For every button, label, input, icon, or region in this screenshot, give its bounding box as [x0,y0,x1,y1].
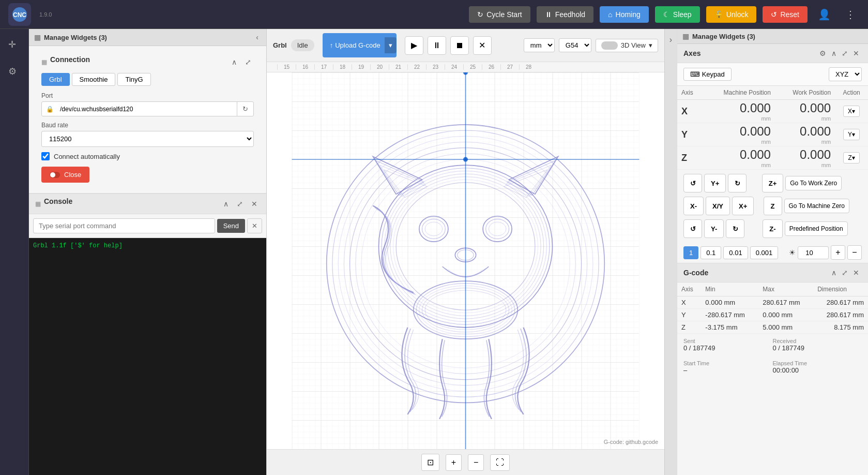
axis-z-label: Z [677,146,703,170]
sleep-button[interactable]: ☾ Sleep [655,6,700,23]
stop-button[interactable]: ⏹ [450,36,469,55]
unit-select[interactable]: mm [524,38,555,52]
close-button[interactable]: Close [41,167,89,183]
axes-close-btn[interactable]: ✕ [850,48,862,58]
jog-rotate-ccw-1[interactable]: ↺ [683,174,702,192]
axis-y-work-pos: 0.000 mm [775,123,835,146]
pause-button[interactable]: ⏸ [428,36,446,55]
xyz-select[interactable]: XYZ [829,67,862,81]
connect-auto-checkbox[interactable] [41,152,50,160]
axis-y-label: Y [677,123,703,146]
fit-to-screen-btn[interactable]: ⊡ [421,454,439,471]
go-to-machine-zero-btn[interactable]: Go To Machine Zero [784,199,850,213]
jog-y-plus-btn[interactable]: Y+ [704,174,726,192]
axes-collapse-btn[interactable]: ∧ [829,48,839,58]
port-input[interactable] [58,102,237,116]
right-panel-header: ▦ Manage Widgets (3) [677,29,868,44]
ruler-num-25: 25 [463,64,482,70]
console-expand-btn[interactable]: ⤢ [234,199,246,209]
view-toggle[interactable]: 3D View ▾ [596,39,658,52]
canvas-container[interactable]: G-code: github.gcode [267,72,664,449]
more-menu-button[interactable]: ⋮ [841,4,860,25]
step-01-btn[interactable]: 0.1 [701,246,721,259]
baud-rate-select[interactable]: 115200 [41,131,254,147]
close-file-button[interactable]: ✕ [473,36,492,55]
sidebar-axes-icon[interactable]: ✛ [5,35,24,54]
jog-y-minus-btn[interactable]: Y- [704,219,724,238]
step-1-btn[interactable]: 1 [683,246,698,259]
sidebar-settings-icon[interactable]: ⚙ [5,62,24,81]
upload-gcode-button[interactable]: ↑ Upload G-code ▾ [323,33,397,57]
coordinate-select[interactable]: G54 [559,38,591,52]
speed-decrement-btn[interactable]: − [847,245,862,260]
zoom-in-btn[interactable]: + [446,454,462,471]
send-button[interactable]: Send [217,219,245,233]
axis-row-x: X 0.000 mm 0.000 mm X▾ [677,100,868,123]
manage-widgets-label: Manage Widgets (3) [44,34,250,41]
close-label: Close [64,171,81,179]
jog-rotate-ccw-2[interactable]: ↺ [683,219,702,238]
jog-z-mid-btn[interactable]: Z [764,197,782,215]
speed-input[interactable] [798,246,829,259]
zoom-out-btn[interactable]: − [468,454,484,471]
jog-x-minus-btn[interactable]: X- [683,197,704,215]
axes-header: Axes ⚙ ∧ ⤢ ✕ [677,44,868,63]
gcode-col-dimension: Dimension [813,283,868,296]
jog-xy-btn[interactable]: X/Y [706,197,730,215]
connection-collapse-btn[interactable]: ∧ [229,57,239,67]
gcode-collapse-btn[interactable]: ∧ [829,268,839,278]
gcode-close-btn[interactable]: ✕ [850,268,862,278]
console-collapse-btn[interactable]: ∧ [221,199,231,209]
homing-button[interactable]: ⌂ Homing [600,6,649,23]
step-0001-btn[interactable]: 0.001 [750,246,779,259]
go-to-work-zero-btn[interactable]: Go To Work Zero [785,176,842,190]
step-row: 1 0.1 0.01 0.001 ☀ + − [677,242,868,263]
feedhold-button[interactable]: ⏸ Feedhold [537,6,593,23]
console-close-btn[interactable]: ✕ [249,199,260,209]
cycle-start-button[interactable]: ↻ Cycle Start [469,6,530,23]
left-panel-collapse-btn[interactable]: ‹ [253,32,261,42]
refresh-port-btn[interactable]: ↻ [237,102,253,116]
jog-rotate-cw-1[interactable]: ↻ [728,174,747,192]
speed-increment-btn[interactable]: + [831,245,845,260]
clear-console-btn[interactable]: ✕ [247,218,262,233]
fullscreen-btn[interactable]: ⛶ [490,454,510,471]
col-axis: Axis [677,86,703,100]
step-001-btn[interactable]: 0.01 [723,246,748,259]
axis-y-action-btn[interactable]: Y▾ [843,129,860,140]
keypad-button[interactable]: ⌨ Keypad [683,68,732,81]
tab-tinyg[interactable]: TinyG [117,73,150,86]
axes-settings-btn[interactable]: ⚙ [817,48,829,58]
axis-x-action-btn[interactable]: X▾ [843,106,860,117]
canvas-svg [267,72,664,449]
gcode-expand-btn[interactable]: ⤢ [839,268,850,278]
user-icon-button[interactable]: 👤 [814,4,835,25]
lock-icon: 🔒 [42,102,58,116]
upload-dropdown-arrow[interactable]: ▾ [385,37,397,53]
jog-z-plus-btn[interactable]: Z+ [762,174,784,192]
connect-auto-label: Connect automatically [54,153,120,160]
connection-expand-btn[interactable]: ⤢ [242,57,254,67]
axis-z-action-btn[interactable]: Z▾ [843,152,859,164]
connect-auto-row: Connect automatically [41,152,254,160]
jog-z-minus-btn[interactable]: Z- [763,219,782,238]
console-input[interactable] [33,218,215,233]
reset-button[interactable]: ↺ Reset [763,6,808,23]
tab-grbl[interactable]: Grbl [41,73,70,86]
toggle-icon [50,172,60,178]
right-panel-toggle-btn[interactable]: › [664,29,677,475]
right-grid-icon: ▦ [682,32,689,40]
gcode-title: G-code [683,269,756,277]
gcode-row-z: Z -3.175 mm 5.000 mm 8.175 mm [677,321,868,334]
app-version: 1.9.0 [39,11,52,18]
jog-x-plus-btn[interactable]: X+ [732,197,754,215]
view-label: 3D View [621,41,646,49]
left-panel: ▦ Manage Widgets (3) ‹ ▦ Connection ∧ ⤢ … [29,29,267,475]
predefined-position-btn[interactable]: Predefined Position [785,221,848,236]
tab-smoothie[interactable]: Smoothie [72,73,116,86]
play-button[interactable]: ▶ [405,36,423,55]
jog-rotate-cw-2[interactable]: ↻ [726,219,744,238]
col-action: Action [835,86,868,100]
axes-expand-btn[interactable]: ⤢ [839,48,850,58]
unlock-button[interactable]: 🔓 Unlock [706,6,757,23]
